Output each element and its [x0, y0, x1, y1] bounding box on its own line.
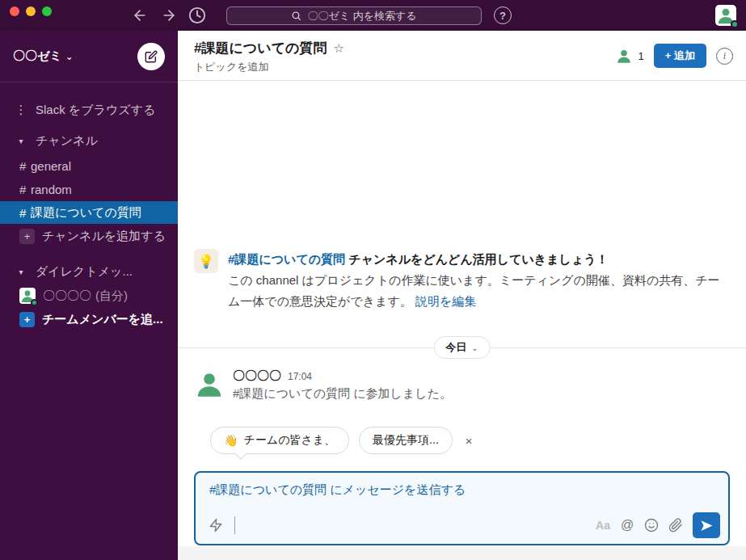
channel-label: general: [31, 159, 71, 173]
smiley-icon: [644, 518, 659, 533]
message-head: 〇〇〇〇 17:04: [233, 368, 452, 384]
compose-pencil-icon: [145, 50, 158, 63]
titlebar: 〇〇ゼミ 内を検索する ?: [0, 0, 746, 31]
channel-label: random: [31, 183, 72, 196]
help-button[interactable]: ?: [494, 6, 512, 24]
channel-intro-message: 💡 #課題についての質問 チャンネルをどんどん活用していきましょう！ この ch…: [194, 249, 727, 312]
chip-label: チームの皆さま、: [243, 433, 335, 448]
search-input[interactable]: 〇〇ゼミ 内を検索する: [226, 6, 482, 25]
chip-tail: [235, 448, 247, 460]
window-controls: [10, 6, 52, 16]
caret-down-icon: ▾: [13, 267, 29, 276]
channel-link[interactable]: #課題についての質問: [228, 252, 345, 266]
person-icon: [194, 368, 225, 399]
workspace-header: 〇〇ゼミ⌄: [0, 31, 178, 82]
more-dots-icon: ⋮: [13, 103, 29, 117]
send-button[interactable]: [693, 512, 720, 538]
add-teammates-button[interactable]: + チームメンバーを追...: [0, 308, 178, 331]
at-icon: @: [621, 518, 634, 533]
sidebar-item-browse-slack[interactable]: ⋮ Slack をブラウズする: [0, 99, 178, 121]
shortcuts-button[interactable]: [204, 513, 228, 537]
lightbulb-icon: 💡: [194, 249, 218, 273]
window-zoom-button[interactable]: [42, 6, 52, 16]
question-icon: ?: [499, 10, 506, 22]
chevron-down-icon: ⌄: [65, 51, 74, 62]
channel-info-button[interactable]: i: [716, 48, 733, 65]
intro-body: この channel はプロジェクトの作業に使います。ミーティングの開催、資料の…: [228, 270, 727, 312]
dms-section-label: ダイレクトメッ...: [36, 264, 133, 280]
search-placeholder: 〇〇ゼミ 内を検索する: [307, 9, 416, 23]
channel-title[interactable]: #課題についての質問 ☆: [194, 39, 344, 57]
message-row: 〇〇〇〇 17:04 #課題についての質問 に参加しました。: [194, 368, 452, 402]
message-author[interactable]: 〇〇〇〇: [233, 368, 281, 384]
dms-section-header[interactable]: ▾ ダイレクトメッ...: [0, 260, 178, 283]
add-people-button[interactable]: + 追加: [654, 44, 706, 68]
channel-name: #課題についての質問: [194, 39, 327, 57]
dm-avatar: [19, 288, 36, 304]
workspace-menu-button[interactable]: 〇〇ゼミ⌄: [13, 48, 74, 64]
sidebar-item-general[interactable]: # general: [0, 154, 178, 177]
dm-user-suffix: (自分): [95, 288, 128, 304]
suggestion-chip-greeting[interactable]: 👋 チームの皆さま、: [210, 427, 349, 454]
lightning-icon: [209, 518, 223, 533]
message-timestamp[interactable]: 17:04: [288, 371, 312, 382]
add-topic-button[interactable]: トピックを追加: [194, 60, 269, 74]
sidebar-item-kadai-channel[interactable]: # 課題についての質問: [0, 201, 178, 224]
wave-emoji-icon: 👋: [224, 434, 238, 447]
channel-header-actions: 1 + 追加 i: [615, 31, 733, 81]
format-aa-icon: Aa: [596, 519, 610, 532]
message-composer[interactable]: #課題についての質問 にメッセージを送信する Aa @: [194, 471, 730, 545]
member-person-icon: [615, 47, 633, 65]
window-minimize-button[interactable]: [26, 6, 36, 16]
chip-label: 最優先事項...: [373, 433, 439, 448]
sidebar-item-dm-self[interactable]: 〇〇〇〇 (自分): [0, 284, 178, 307]
new-message-button[interactable]: [137, 43, 165, 70]
member-list-button[interactable]: 1: [615, 47, 644, 65]
composer-toolbar: Aa @: [196, 507, 728, 544]
intro-title-rest: チャンネルをどんどん活用していきましょう！: [345, 252, 609, 266]
emoji-button[interactable]: [639, 513, 664, 537]
date-divider-button[interactable]: 今日 ⌄: [433, 336, 490, 359]
add-channel-button[interactable]: + チャンネルを追加する: [0, 225, 178, 247]
intro-text: #課題についての質問 チャンネルをどんどん活用していきましょう！ この chan…: [228, 249, 727, 312]
chevron-down-icon: ⌄: [471, 343, 478, 352]
message-content: 〇〇〇〇 17:04 #課題についての質問 に参加しました。: [233, 368, 452, 402]
channels-section-header[interactable]: ▾ チャンネル: [0, 129, 178, 152]
edit-description-link[interactable]: 説明を編集: [415, 294, 476, 308]
history-forward-button[interactable]: [158, 5, 179, 26]
paperclip-icon: [668, 518, 683, 533]
add-channel-label: チャンネルを追加する: [42, 229, 166, 244]
format-button[interactable]: Aa: [591, 513, 615, 537]
attach-button[interactable]: [664, 513, 688, 537]
date-label: 今日: [445, 340, 466, 355]
window-close-button[interactable]: [10, 6, 19, 16]
status-dot: [731, 20, 739, 28]
sidebar-item-random[interactable]: # random: [0, 178, 178, 200]
mention-button[interactable]: @: [615, 513, 639, 537]
history-back-button[interactable]: [129, 5, 150, 26]
channels-section-label: チャンネル: [36, 133, 98, 149]
add-teammates-label: チームメンバーを追...: [42, 312, 163, 327]
star-icon[interactable]: ☆: [333, 41, 343, 56]
suggestion-chip-priority[interactable]: 最優先事項...: [359, 427, 453, 454]
status-dot: [31, 299, 38, 306]
channel-header: #課題についての質問 ☆ トピックを追加 1 + 追加 i: [178, 31, 746, 81]
dismiss-suggestions-button[interactable]: ×: [462, 434, 476, 448]
hash-icon: #: [19, 159, 31, 173]
info-icon: i: [723, 50, 726, 62]
history-clock-button[interactable]: [188, 6, 206, 24]
arrow-right-icon: [161, 7, 177, 23]
hash-icon: #: [19, 206, 31, 220]
message-text: #課題についての質問 に参加しました。: [233, 386, 452, 402]
plus-icon: +: [19, 229, 35, 244]
sidebar: 〇〇ゼミ⌄ ⋮ Slack をブラウズする ▾ チャンネル # general …: [0, 31, 178, 560]
plus-icon: +: [19, 312, 35, 327]
suggestion-chips: 👋 チームの皆さま、 最優先事項... ×: [210, 427, 476, 454]
dm-user-name: 〇〇〇〇: [43, 288, 91, 304]
browse-label: Slack をブラウズする: [36, 103, 155, 118]
message-avatar[interactable]: [194, 368, 225, 399]
user-avatar[interactable]: [715, 5, 736, 26]
channel-label: 課題についての質問: [31, 205, 141, 221]
caret-down-icon: ▾: [13, 137, 29, 145]
composer-placeholder: #課題についての質問 にメッセージを送信する: [209, 482, 466, 498]
